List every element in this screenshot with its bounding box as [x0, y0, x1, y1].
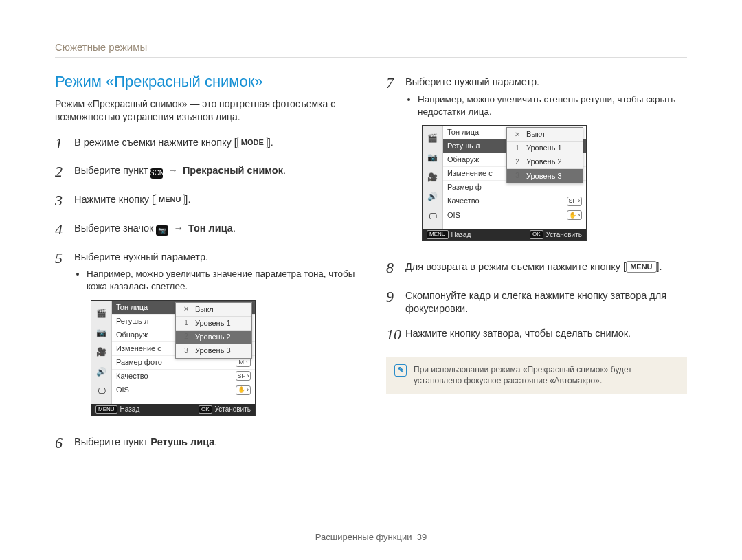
step-num: 1 — [55, 133, 74, 154]
note-box: ✎ При использовании режима «Прекрасный с… — [386, 357, 687, 394]
scn-icon: SCN — [150, 168, 163, 179]
lcd-popup-tone: ✕Выкл 1Уровень 1 2Уровень 2 3Уровень 3 — [175, 302, 252, 359]
step-8: 8 Для возврата в режим съемки нажмите кн… — [386, 258, 687, 278]
value-badge: SF › — [567, 197, 582, 206]
step-text: . — [233, 223, 236, 234]
level-icon: 1 — [180, 318, 192, 328]
step-text: ]. — [657, 261, 662, 272]
substep: Например, можно увеличить степень ретуши… — [418, 93, 687, 118]
value-badge: ✋ › — [236, 385, 251, 395]
option: Уровень 2 — [195, 332, 231, 342]
step-bold: Тон лица — [188, 223, 233, 234]
level-icon: 2 — [180, 332, 192, 341]
menu-item: Качество — [447, 196, 567, 206]
step-num: 6 — [55, 433, 74, 453]
off-icon: ✕ — [180, 304, 192, 314]
step-6: 6 Выберите пункт Ретушь лица. — [55, 433, 356, 453]
arrow-icon: → — [170, 223, 186, 234]
option: Выкл — [526, 129, 545, 139]
lcd-sidebar: 🎬 📷 🎥 🔊 🖵 — [423, 126, 443, 229]
step-num: 9 — [386, 287, 405, 307]
ok-badge: OK — [530, 230, 543, 239]
step-7: 7 Выберите нужный параметр. Например, мо… — [386, 73, 687, 249]
step-num: 10 — [386, 324, 405, 345]
mode-badge: MODE — [237, 137, 268, 148]
option: Уровень 1 — [526, 143, 562, 153]
option: Выкл — [195, 304, 214, 315]
step-9: 9 Скомпонуйте кадр и слегка нажмите кноп… — [386, 287, 687, 316]
step-text: Выберите пункт — [74, 436, 150, 447]
step-text: ]. — [185, 194, 190, 205]
set-label: Установить — [215, 405, 251, 414]
info-icon: ✎ — [394, 364, 407, 377]
menu-item: Размер фото — [116, 357, 236, 368]
camera-icon: 📷 — [96, 327, 106, 338]
step-text: Выберите нужный параметр. — [74, 251, 208, 262]
step-text: . — [283, 165, 286, 176]
footer-section: Расширенные функции — [315, 532, 412, 542]
step-4: 4 Выберите значок 📷 → Тон лица. — [55, 219, 356, 240]
step-num: 4 — [55, 219, 74, 240]
lcd-popup-retouch: ✕Выкл 1Уровень 1 2Уровень 2 3Уровень 3 — [506, 127, 583, 183]
lcd-footer: MENUНазад OKУстановить — [423, 229, 586, 240]
value-badge: M › — [236, 357, 251, 367]
scn-icon: 🎬 — [96, 308, 106, 319]
note-text: При использовании режима «Прекрасный сни… — [414, 364, 679, 388]
option: Уровень 3 — [195, 346, 231, 356]
lcd-main: Тон лица Ретушь л Обнаруж Изменение с Ра… — [443, 126, 586, 229]
arrow-icon: → — [165, 165, 181, 176]
steps-left: 1 В режиме съемки нажмите кнопку [MODE].… — [55, 133, 356, 453]
step-3: 3 Нажмите кнопку [MENU]. — [55, 190, 356, 211]
menu-badge: MENU — [626, 261, 656, 273]
step-num: 2 — [55, 161, 74, 182]
right-column: 7 Выберите нужный параметр. Например, мо… — [386, 73, 687, 461]
step-bold: Прекрасный снимок — [183, 165, 283, 176]
back-label: Назад — [451, 230, 471, 240]
lcd-footer: MENUНазад OKУстановить — [91, 404, 255, 416]
lcd-screenshot-retouch: 🎬 📷 🎥 🔊 🖵 Тон лица Ретушь л Обнаруж И — [422, 125, 587, 241]
level-icon: 3 — [180, 346, 192, 356]
step-text: В режиме съемки нажмите кнопку [ — [74, 137, 237, 148]
level-icon: 1 — [511, 144, 524, 153]
camera-icon: 📷 — [427, 152, 438, 163]
step-num: 8 — [386, 258, 405, 278]
step-1: 1 В режиме съемки нажмите кнопку [MODE]. — [55, 133, 356, 154]
menu-item: OIS — [116, 385, 236, 395]
step-10: 10 Нажмите кнопку затвора, чтобы сделать… — [386, 324, 687, 345]
menu-item: Качество — [116, 371, 236, 381]
menu-item: OIS — [447, 210, 567, 221]
footer-page: 39 — [417, 532, 427, 542]
sound-icon: 🔊 — [96, 366, 106, 377]
menu-item: Размер ф — [447, 182, 582, 192]
camera-icon: 📷 — [156, 225, 168, 236]
lcd-screenshot-tone: 🎬 📷 🎥 🔊 🖵 Тон лица Ретушь л Обнаруж И — [91, 300, 256, 416]
video-icon: 🎥 — [427, 172, 438, 183]
scn-icon: 🎬 — [427, 133, 438, 144]
step-bold: Ретушь лица — [150, 436, 214, 447]
level-icon: 3 — [511, 171, 524, 181]
back-label: Назад — [120, 405, 140, 414]
display-icon: 🖵 — [98, 385, 106, 396]
steps-right: 7 Выберите нужный параметр. Например, мо… — [386, 73, 687, 345]
step-num: 3 — [55, 190, 74, 211]
option: Уровень 3 — [526, 171, 562, 181]
lcd-main: Тон лица Ретушь л Обнаруж Изменение с Ра… — [112, 301, 255, 404]
set-label: Установить — [546, 230, 583, 240]
step-2: 2 Выберите пункт SCN → Прекрасный снимок… — [55, 161, 356, 182]
value-badge: ✋ › — [567, 210, 582, 220]
step-text: Выберите значок — [74, 223, 156, 234]
ok-badge: OK — [199, 405, 212, 414]
value-badge: SF › — [236, 371, 251, 381]
step-text: Для возврата в режим съемки нажмите кноп… — [405, 261, 626, 272]
step-5: 5 Выберите нужный параметр. Например, мо… — [55, 248, 356, 425]
step-text: Выберите нужный параметр. — [405, 76, 539, 87]
lcd-sidebar: 🎬 📷 🎥 🔊 🖵 — [91, 301, 112, 404]
step-text: . — [214, 436, 217, 447]
step-text: ]. — [268, 137, 273, 148]
sound-icon: 🔊 — [427, 191, 438, 202]
option: Уровень 2 — [526, 157, 562, 167]
display-icon: 🖵 — [429, 211, 437, 222]
section-title: Режим «Прекрасный снимок» — [55, 73, 356, 91]
step-text: Выберите пункт — [74, 165, 150, 176]
off-icon: ✕ — [511, 130, 524, 139]
